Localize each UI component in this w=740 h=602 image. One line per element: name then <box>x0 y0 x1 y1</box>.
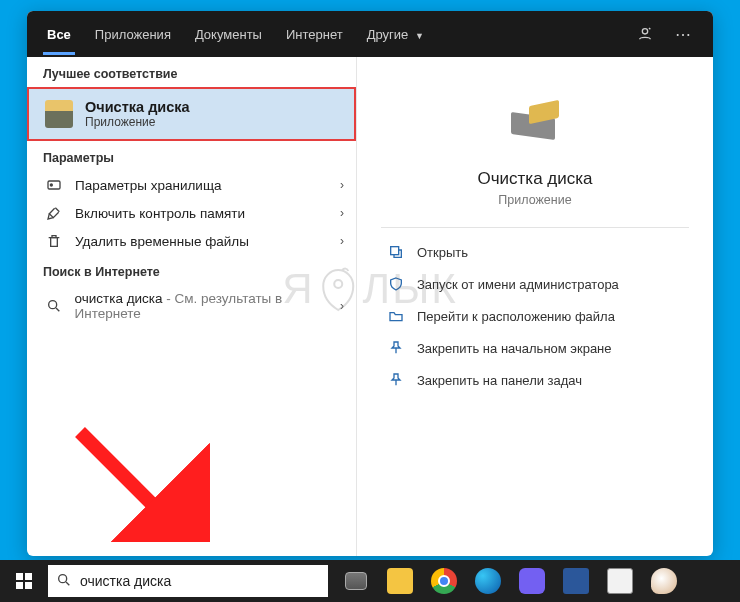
task-view-button[interactable] <box>334 560 378 602</box>
svg-rect-4 <box>391 247 399 255</box>
chrome-button[interactable] <box>422 560 466 602</box>
taskbar-search-box[interactable] <box>48 565 328 597</box>
shield-icon <box>387 276 405 292</box>
file-explorer-button[interactable] <box>378 560 422 602</box>
action-open-label: Открыть <box>417 245 468 260</box>
folder-icon <box>387 308 405 324</box>
svg-point-2 <box>50 184 52 186</box>
action-open[interactable]: Открыть <box>381 236 689 268</box>
setting-storage-sense[interactable]: Включить контроль памяти › <box>27 199 356 227</box>
setting-storage-label: Параметры хранилища <box>75 178 222 193</box>
open-icon <box>387 244 405 260</box>
preview-subtitle: Приложение <box>498 193 571 207</box>
more-options-icon[interactable]: ⋯ <box>667 18 699 50</box>
disk-cleanup-hero-icon <box>507 103 563 147</box>
web-search-result[interactable]: очистка диска - См. результаты в Интерне… <box>27 285 356 327</box>
trash-icon <box>43 233 65 249</box>
tab-documents[interactable]: Документы <box>183 14 274 55</box>
tab-more-label: Другие <box>367 27 409 42</box>
action-pin-start-label: Закрепить на начальном экране <box>417 341 612 356</box>
search-results-window: Все Приложения Документы Интернет Другие… <box>27 11 713 556</box>
taskbar <box>0 560 740 602</box>
chevron-right-icon: › <box>340 299 344 313</box>
best-match-result[interactable]: Очистка диска Приложение <box>27 87 356 141</box>
disk-cleanup-icon <box>45 100 73 128</box>
group-settings: Параметры <box>27 141 356 171</box>
pin-start-icon <box>387 340 405 356</box>
results-left-column: Лучшее соответствие Очистка диска Прилож… <box>27 57 357 556</box>
action-pin-start[interactable]: Закрепить на начальном экране <box>381 332 689 364</box>
group-web-search: Поиск в Интернете <box>27 255 356 285</box>
action-pin-taskbar-label: Закрепить на панели задач <box>417 373 582 388</box>
group-best-match: Лучшее соответствие <box>27 57 356 87</box>
calculator-button[interactable] <box>598 560 642 602</box>
filter-bar: Все Приложения Документы Интернет Другие… <box>27 11 713 57</box>
chevron-right-icon: › <box>340 234 344 248</box>
word-button[interactable] <box>554 560 598 602</box>
viber-button[interactable] <box>510 560 554 602</box>
setting-storage-sense-label: Включить контроль памяти <box>75 206 245 221</box>
storage-icon <box>43 177 65 193</box>
search-icon <box>43 298 65 314</box>
action-open-location[interactable]: Перейти к расположению файла <box>381 300 689 332</box>
action-run-admin[interactable]: Запуск от имени администратора <box>381 268 689 300</box>
svg-point-7 <box>59 574 67 582</box>
taskbar-search-input[interactable] <box>80 573 320 589</box>
web-search-text: очистка диска - См. результаты в Интерне… <box>75 291 347 321</box>
best-match-subtitle: Приложение <box>85 115 190 129</box>
search-icon <box>56 572 72 591</box>
pin-taskbar-icon <box>387 372 405 388</box>
divider <box>381 227 689 228</box>
best-match-title: Очистка диска <box>85 99 190 115</box>
taskbar-pinned-apps <box>334 560 686 602</box>
action-pin-taskbar[interactable]: Закрепить на панели задач <box>381 364 689 396</box>
preview-pane: Очистка диска Приложение Открыть Запуск … <box>357 57 713 556</box>
action-run-admin-label: Запуск от имени администратора <box>417 277 619 292</box>
preview-actions: Открыть Запуск от имени администратора П… <box>369 236 701 396</box>
start-button[interactable] <box>0 560 48 602</box>
windows-logo-icon <box>16 573 32 589</box>
action-open-location-label: Перейти к расположению файла <box>417 309 615 324</box>
setting-delete-temp[interactable]: Удалить временные файлы › <box>27 227 356 255</box>
feedback-icon[interactable] <box>629 18 661 50</box>
tab-more[interactable]: Другие ▼ <box>355 14 436 55</box>
chevron-down-icon: ▼ <box>415 31 424 41</box>
svg-point-0 <box>642 29 647 34</box>
setting-storage[interactable]: Параметры хранилища › <box>27 171 356 199</box>
tab-web[interactable]: Интернет <box>274 14 355 55</box>
svg-point-3 <box>48 301 56 309</box>
preview-title: Очистка диска <box>477 169 592 189</box>
tab-all[interactable]: Все <box>35 14 83 55</box>
tab-apps[interactable]: Приложения <box>83 14 183 55</box>
paint-button[interactable] <box>642 560 686 602</box>
broom-icon <box>43 205 65 221</box>
setting-delete-temp-label: Удалить временные файлы <box>75 234 249 249</box>
chevron-right-icon: › <box>340 178 344 192</box>
edge-button[interactable] <box>466 560 510 602</box>
chevron-right-icon: › <box>340 206 344 220</box>
